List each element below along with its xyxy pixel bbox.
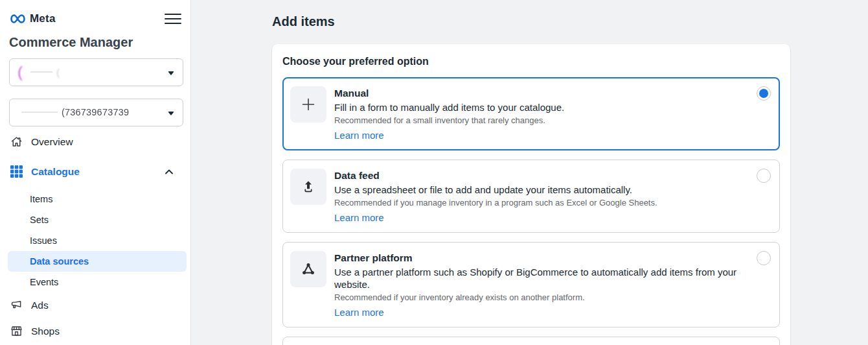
radio-partner-platform[interactable] <box>757 251 771 265</box>
chevron-down-icon <box>168 112 174 115</box>
plus-icon <box>290 86 326 123</box>
storefront-icon <box>9 324 23 339</box>
option-data-feed[interactable]: Data feed Use a spreadsheet or file to a… <box>282 160 780 233</box>
catalogue-sub-menu: Items Sets Issues Data sources Events <box>9 189 190 292</box>
learn-more-link[interactable]: Learn more <box>334 212 384 223</box>
commerce-manager-app: { "brand": { "name": "Meta" }, "sidebar"… <box>0 0 868 345</box>
option-description: Use a partner platform such as Shopify o… <box>334 266 771 291</box>
chevron-up-icon[interactable] <box>165 166 174 178</box>
catalogue-id-text: (736739673739 <box>62 107 129 117</box>
option-description: Fill in a form to manually add items to … <box>334 101 564 113</box>
sidebar: Meta Commerce Manager ( ( (736739673739 … <box>0 0 191 345</box>
hamburger-menu-icon[interactable] <box>165 9 181 29</box>
options-card: Choose your preferred option Manual Fill… <box>272 44 790 345</box>
radio-manual[interactable] <box>757 86 771 101</box>
option-manual[interactable]: Manual Fill in a form to manually add it… <box>282 77 780 150</box>
sidebar-item-label: Shops <box>31 326 60 337</box>
sidebar-item-label: Overview <box>31 136 73 148</box>
sidebar-item-sets[interactable]: Sets <box>8 209 187 230</box>
main-content: Add items Choose your preferred option M… <box>191 0 868 345</box>
app-title: Commerce Manager <box>9 35 190 50</box>
home-icon <box>9 135 23 149</box>
sidebar-item-ads[interactable]: Ads <box>9 294 190 317</box>
sidebar-item-catalogue[interactable]: Catalogue <box>9 160 190 184</box>
option-recommendation: Recommended if you manage inventory in a… <box>334 198 657 208</box>
brand-row: Meta <box>9 0 190 29</box>
meta-logo[interactable]: Meta <box>9 12 56 25</box>
sidebar-item-overview[interactable]: Overview <box>9 130 190 154</box>
chevron-down-icon <box>168 71 174 75</box>
sidebar-item-shops[interactable]: Shops <box>9 320 190 343</box>
option-recommendation: Recommended for a small inventory that r… <box>334 115 564 126</box>
sidebar-item-issues[interactable]: Issues <box>8 230 187 251</box>
option-pixel[interactable]: </> Pixel Use your Facebook pixel to aut… <box>282 337 780 345</box>
catalogue-selector-dropdown[interactable]: (736739673739 <box>9 99 183 126</box>
sidebar-item-events[interactable]: Events <box>8 272 187 292</box>
option-title: Manual <box>334 87 564 99</box>
upload-icon <box>290 169 326 205</box>
business-selector-dropdown[interactable]: ( ( <box>9 58 183 86</box>
sidebar-item-items[interactable]: Items <box>8 189 187 209</box>
radio-data-feed[interactable] <box>757 169 771 183</box>
redacted-business-name: ( <box>56 67 60 78</box>
redacted-avatar: ( <box>17 63 23 81</box>
section-title: Choose your preferred option <box>282 56 780 67</box>
brand-name: Meta <box>30 12 56 25</box>
sidebar-nav: Overview Catalogue Items <box>9 130 190 343</box>
learn-more-link[interactable]: Learn more <box>334 307 384 318</box>
sidebar-item-data-sources[interactable]: Data sources <box>8 251 187 272</box>
sidebar-item-label: Catalogue <box>31 166 80 178</box>
option-partner-platform[interactable]: Partner platform Use a partner platform … <box>282 242 780 327</box>
page-title: Add items <box>272 14 868 29</box>
sidebar-item-label: Ads <box>31 300 49 311</box>
option-description: Use a spreadsheet or file to add and upd… <box>334 184 657 196</box>
partner-network-icon <box>290 251 326 287</box>
option-recommendation: Recommended if your inventory already ex… <box>334 292 771 303</box>
option-title: Partner platform <box>334 252 771 264</box>
option-title: Data feed <box>334 169 657 182</box>
learn-more-link[interactable]: Learn more <box>334 130 384 141</box>
megaphone-icon <box>9 298 23 313</box>
meta-infinity-icon <box>9 13 27 25</box>
grid-icon <box>9 165 23 179</box>
